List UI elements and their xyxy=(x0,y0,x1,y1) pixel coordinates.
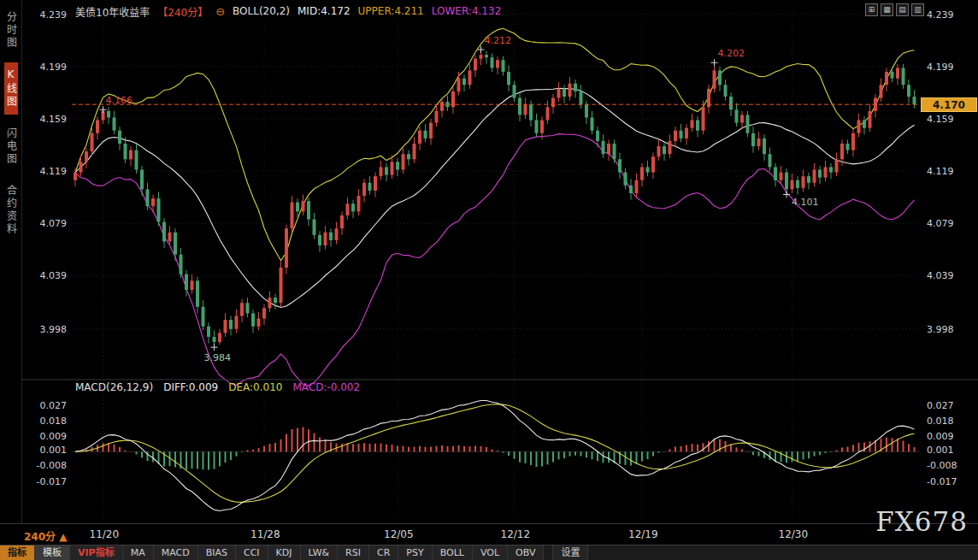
timeframe-label: 【240分】 xyxy=(157,4,208,19)
toolbar-tab-bias[interactable]: BIAS xyxy=(198,545,236,560)
macd-y-axis-label-left: 0.027 xyxy=(40,400,68,411)
toolbar-tab-cci[interactable]: CCI xyxy=(236,545,268,560)
macd-y-axis-label-left: 0.001 xyxy=(40,445,68,456)
macd-y-axis-label-right: 0.018 xyxy=(927,416,954,427)
candlesticks xyxy=(74,50,916,347)
sidebar-tab-time-chart[interactable]: 分时图 xyxy=(4,5,18,56)
macd-y-axis-label-right: 0.001 xyxy=(927,445,954,456)
macd-hist-value: MACD:-0.002 xyxy=(292,381,360,393)
sidebar-tab-kline-chart[interactable]: K线图 xyxy=(4,62,18,115)
macd-y-axis-label-left: -0.008 xyxy=(37,460,67,471)
main-chart[interactable]: 4.2394.2394.1994.1994.1594.1594.1194.119… xyxy=(0,0,978,523)
y-axis-label-right: 3.998 xyxy=(927,324,954,335)
sidebar-tab-contract-info[interactable]: 合约资料 xyxy=(4,179,18,242)
toolbar-tab-cr[interactable]: CR xyxy=(369,545,398,560)
boll-upper-value: UPPER:4.211 xyxy=(358,5,424,17)
y-axis-label-right: 4.199 xyxy=(927,62,954,73)
y-axis-label-right: 4.159 xyxy=(927,114,954,125)
x-axis-date: 11/20 xyxy=(90,528,120,540)
instrument-title: 美债10年收益率 xyxy=(75,4,150,19)
macd-diff-value: DIFF:0.009 xyxy=(163,381,218,393)
boll-indicator-label: BOLL(20,2) xyxy=(233,5,290,17)
boll-mid-line xyxy=(75,88,915,307)
toolbar-tab-lwr[interactable]: LW& xyxy=(301,545,339,560)
rows-layout-icon[interactable]: ▤ xyxy=(896,3,909,16)
chart-header: 美债10年收益率【240分】 ⊖ BOLL(20,2) MID:4.172 UP… xyxy=(75,4,501,18)
macd-indicator-label: MACD(26,12,9) xyxy=(75,381,153,393)
y-axis-label-left: 4.079 xyxy=(40,218,68,229)
watermark-logo: FX678 xyxy=(875,506,968,537)
y-axis-label-right: 4.239 xyxy=(927,9,954,21)
x-axis-date: 12/12 xyxy=(501,528,531,540)
price-annotation: 4.212 xyxy=(485,35,512,46)
timeframe-selector[interactable]: 240分 ▲ xyxy=(24,528,67,543)
boll-upper-line xyxy=(75,28,915,261)
y-axis-label-right: 4.039 xyxy=(927,270,954,281)
left-sidebar: 分时图K线图闪电图合约资料 xyxy=(0,0,22,523)
x-axis-date: 12/19 xyxy=(628,528,658,540)
price-axis-labels: 4.2394.2394.1994.1994.1594.1594.1194.119… xyxy=(40,9,954,335)
toolbar-tab-kdj[interactable]: KDJ xyxy=(268,545,301,560)
y-axis-label-left: 4.039 xyxy=(40,270,68,281)
macd-y-axis-label-left: -0.017 xyxy=(37,476,67,487)
toolbar-tab-psy[interactable]: PSY xyxy=(398,545,432,560)
y-axis-label-left: 4.239 xyxy=(40,9,68,21)
toolbar-tab-obv[interactable]: OBV xyxy=(508,545,544,560)
macd-y-axis-label-right: -0.008 xyxy=(927,460,957,471)
window-layout-icons: ⊞▦▤▥ xyxy=(865,3,924,16)
grid-lines xyxy=(72,10,920,518)
timeframe-up-icon: ▲ xyxy=(59,531,67,543)
y-axis-label-left: 4.199 xyxy=(40,62,68,73)
current-price-badge: 4.170 xyxy=(921,97,977,112)
macd-y-axis-label-right: -0.017 xyxy=(927,476,957,487)
boll-lower-line xyxy=(75,134,915,386)
diff-line xyxy=(75,400,915,510)
y-axis-label-left: 4.119 xyxy=(40,166,68,177)
columns-layout-icon[interactable]: ▥ xyxy=(911,3,924,16)
y-axis-label-right: 4.079 xyxy=(927,218,954,229)
toolbar-tab-indicators[interactable]: 指标 xyxy=(0,545,35,560)
macd-y-axis-label-left: 0.009 xyxy=(40,431,68,442)
dea-line xyxy=(75,404,915,503)
toolbar-tab-settings[interactable]: 设置 xyxy=(552,545,588,560)
price-annotation: 4.101 xyxy=(792,197,819,208)
y-axis-label-left: 4.159 xyxy=(40,114,68,125)
new-window-icon[interactable]: ⊞ xyxy=(865,3,878,16)
macd-dea-value: DEA:0.010 xyxy=(228,381,282,393)
price-annotation: 4.202 xyxy=(718,48,745,59)
x-axis-date: 12/30 xyxy=(779,528,809,540)
collapse-icon[interactable]: ⊖ xyxy=(215,5,225,18)
x-axis-date: 11/28 xyxy=(250,528,280,540)
toolbar-tab-vip-indicators[interactable]: VIP指标 xyxy=(70,545,123,560)
x-axis-date: 12/05 xyxy=(384,528,414,540)
macd-header: MACD(26,12,9) DIFF:0.009 DEA:0.010 MACD:… xyxy=(75,381,360,393)
trading-app-window: 4.2394.2394.1994.1994.1594.1594.1194.119… xyxy=(0,0,978,560)
toolbar-tab-boll[interactable]: BOLL xyxy=(433,545,473,560)
boll-lower-value: LOWER:4.132 xyxy=(432,5,502,17)
x-axis-row: 240分 ▲ 11/2011/2812/0512/1212/1912/30 xyxy=(0,523,978,545)
macd-y-axis-label-right: 0.027 xyxy=(927,400,954,411)
toolbar-tab-vol[interactable]: VOL xyxy=(473,545,508,560)
y-axis-label-right: 4.119 xyxy=(927,166,954,177)
toolbar-tab-ma[interactable]: MA xyxy=(123,545,154,560)
y-axis-label-left: 3.998 xyxy=(40,324,68,335)
boll-mid-value: MID:4.172 xyxy=(298,5,351,17)
macd-axis-labels: 0.0270.0270.0180.0180.0090.0090.0010.001… xyxy=(37,400,957,487)
macd-y-axis-label-right: 0.009 xyxy=(927,431,954,442)
price-annotation: 4.166 xyxy=(106,95,133,106)
toolbar-tab-rsi[interactable]: RSI xyxy=(338,545,369,560)
toolbar-tab-macd[interactable]: MACD xyxy=(154,545,198,560)
macd-pane xyxy=(72,400,920,510)
grid-layout-icon[interactable]: ▦ xyxy=(881,3,893,16)
macd-y-axis-label-left: 0.018 xyxy=(40,416,68,427)
sidebar-tab-flash-chart[interactable]: 闪电图 xyxy=(4,121,18,172)
toolbar-tab-templates[interactable]: 模板 xyxy=(35,545,70,560)
bollinger-bands xyxy=(75,28,915,386)
bottom-toolbar: 指标模板VIP指标MAMACDBIASCCIKDJLW&RSICRPSYBOLL… xyxy=(0,545,978,560)
price-annotation: 3.984 xyxy=(204,352,232,363)
